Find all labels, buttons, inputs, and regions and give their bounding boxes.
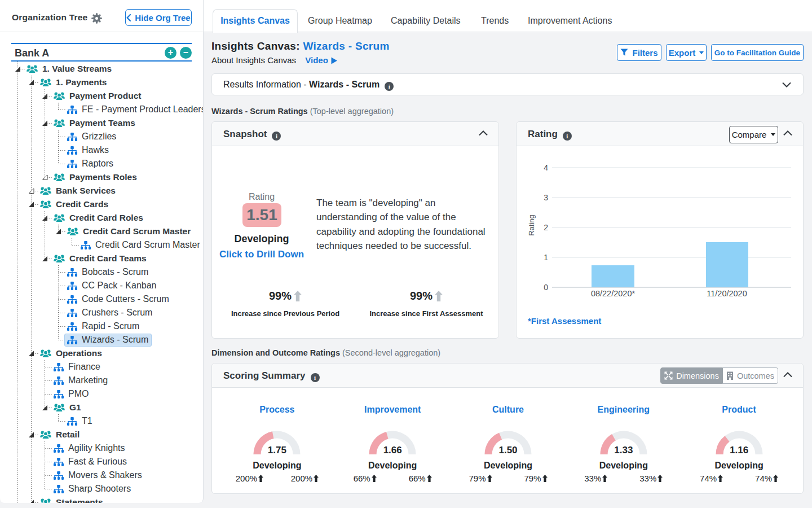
svg-text:1: 1: [544, 253, 548, 262]
svg-text:2: 2: [544, 223, 548, 232]
svg-text:11/20/2020: 11/20/2020: [707, 289, 747, 298]
svg-text:08/22/2020*: 08/22/2020*: [591, 289, 636, 298]
svg-text:3: 3: [544, 193, 548, 202]
svg-text:Rating: Rating: [527, 214, 536, 236]
svg-text:0: 0: [544, 283, 548, 292]
svg-text:4: 4: [544, 163, 548, 172]
